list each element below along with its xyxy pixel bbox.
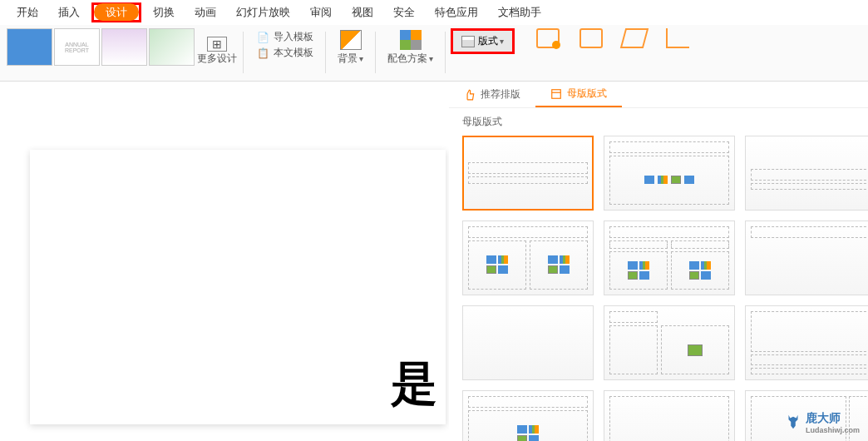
separator [445, 32, 446, 73]
highlight-layout: 版式 [451, 28, 515, 54]
layout-vertical-text[interactable] [462, 390, 594, 441]
page-setup-icon[interactable] [536, 28, 560, 48]
layout-picture-caption[interactable] [745, 305, 868, 380]
layout-dropdown-button[interactable]: 版式 [453, 31, 512, 52]
content-area: 是 母版版式 [0, 108, 868, 441]
this-template-label: 本文模板 [274, 46, 313, 60]
tab-transition[interactable]: 切换 [143, 2, 185, 23]
layout-grid [462, 136, 855, 441]
grid-icon: ⊞ [207, 37, 227, 52]
watermark: 鹿大师 Ludashiwj.com [784, 411, 860, 434]
design-theme-gallery: ANNUALREPORT [7, 28, 195, 66]
tab-design[interactable]: 设计 [94, 3, 139, 21]
main-tab-bar: 开始 插入 设计 切换 动画 幻灯片放映 审阅 视图 安全 特色应用 文档助手 [0, 0, 868, 25]
template-icon: 📋 [255, 47, 270, 60]
layout-icon [461, 36, 475, 47]
background-label: 背景 [338, 52, 363, 66]
slide-canvas-area: 是 [0, 108, 449, 441]
color-scheme-icon [400, 30, 422, 50]
watermark-url: Ludashiwj.com [806, 426, 860, 434]
tab-insert[interactable]: 插入 [48, 2, 90, 23]
layout-title-content[interactable] [604, 136, 735, 211]
format-bg-icon[interactable] [620, 28, 649, 48]
tab-animation[interactable]: 动画 [185, 2, 226, 23]
layout-panel: 母版版式 [449, 108, 868, 441]
ribbon: ANNUALREPORT ⊞ 更多设计 📄 导入模板 📋 本文模板 背景 配色方… [0, 25, 868, 82]
highlight-design: 设计 [91, 2, 141, 22]
color-scheme-group[interactable]: 配色方案 [381, 28, 440, 67]
separator [375, 32, 376, 73]
more-designs-label: 更多设计 [197, 52, 237, 66]
background-group[interactable]: 背景 [331, 28, 370, 67]
slide-text: 是 [391, 353, 437, 416]
tab-start[interactable]: 开始 [7, 2, 48, 23]
theme-thumb[interactable] [149, 28, 195, 66]
theme-thumb[interactable] [101, 28, 147, 66]
subtab-master-label: 母版版式 [567, 87, 607, 101]
tab-security[interactable]: 安全 [383, 2, 425, 23]
slide-preview[interactable]: 是 [30, 150, 446, 424]
watermark-brand: 鹿大师 [806, 411, 841, 424]
tool-icon[interactable] [666, 28, 689, 48]
import-icon: 📄 [255, 31, 270, 44]
layout-vertical-title[interactable] [604, 390, 735, 441]
tab-slideshow[interactable]: 幻灯片放映 [226, 2, 300, 23]
deer-icon [784, 414, 802, 432]
layout-title-only[interactable] [745, 220, 868, 295]
thumbs-up-icon [464, 89, 476, 101]
slide-size-icon[interactable] [579, 28, 603, 48]
separator [325, 32, 326, 73]
separator [243, 32, 244, 73]
layout-content-caption[interactable] [604, 305, 735, 380]
layout-section-header[interactable] [745, 136, 868, 211]
tab-review[interactable]: 审阅 [300, 2, 342, 23]
layout-blank[interactable] [462, 305, 594, 380]
more-designs-button[interactable]: ⊞ 更多设计 [196, 28, 238, 74]
subtab-recommended-label: 推荐排版 [481, 87, 520, 102]
tab-special[interactable]: 特色应用 [425, 2, 488, 23]
tab-view[interactable]: 视图 [342, 2, 383, 23]
layout-sub-tabs: 推荐排版 母版版式 [449, 82, 868, 108]
layout-grid-icon [550, 88, 562, 100]
import-template-label: 导入模板 [274, 30, 313, 44]
theme-thumb[interactable] [7, 28, 52, 66]
layout-two-content[interactable] [462, 220, 594, 295]
import-template-button[interactable]: 📄 导入模板 [255, 30, 313, 44]
subtab-master[interactable]: 母版版式 [535, 82, 622, 107]
layout-label: 版式 [478, 34, 504, 48]
tab-doc-assist[interactable]: 文档助手 [488, 2, 551, 23]
subtab-recommended[interactable]: 推荐排版 [449, 82, 535, 107]
theme-thumb[interactable]: ANNUALREPORT [54, 28, 100, 66]
panel-title: 母版版式 [462, 115, 855, 129]
this-template-button[interactable]: 📋 本文模板 [255, 46, 313, 60]
background-icon [340, 30, 362, 50]
layout-comparison[interactable] [604, 220, 735, 295]
color-scheme-label: 配色方案 [387, 52, 433, 66]
layout-title-slide[interactable] [462, 136, 594, 211]
template-group: 📄 导入模板 📋 本文模板 [249, 28, 320, 62]
svg-rect-0 [552, 89, 561, 98]
